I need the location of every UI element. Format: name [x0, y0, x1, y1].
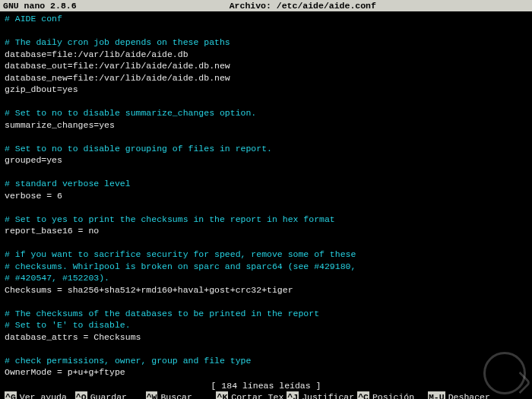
editor-line[interactable]: Checksums = sha256+sha512+rmd160+haval+g… — [5, 284, 527, 296]
shortcut-key: ^O — [75, 391, 87, 399]
editor-line[interactable] — [5, 25, 527, 37]
editor-line[interactable] — [5, 296, 527, 308]
shortcut-bar: ^GVer ayuda ^OGuardar ^WBuscar ^KCortar … — [0, 391, 532, 399]
editor-line[interactable]: # standard verbose level — [5, 178, 527, 190]
editor-line[interactable]: database=file:/var/lib/aide/aide.db — [5, 49, 527, 61]
editor-line[interactable]: report_base16 = no — [5, 225, 527, 237]
nano-titlebar: GNU nano 2.8.6 Archivo: /etc/aide/aide.c… — [0, 0, 532, 11]
shortcut-key: M-U — [428, 391, 445, 399]
shortcut-item[interactable]: ^KCortar Tex — [216, 391, 283, 399]
shortcut-label: Justificar — [302, 391, 354, 399]
editor-line[interactable] — [5, 131, 527, 143]
editor-line[interactable]: database_out=file:/var/lib/aide/aide.db.… — [5, 60, 527, 72]
terminal-window: GNU nano 2.8.6 Archivo: /etc/aide/aide.c… — [0, 0, 532, 399]
shortcut-key: ^G — [5, 391, 17, 399]
shortcut-item[interactable]: ^WBuscar — [146, 391, 214, 399]
editor-line[interactable]: # Set to no to disable grouping of files… — [5, 143, 527, 155]
editor-line[interactable]: # if you want to sacrifice security for … — [5, 249, 527, 261]
shortcut-row-1: ^GVer ayuda ^OGuardar ^WBuscar ^KCortar … — [5, 391, 527, 399]
shortcut-item[interactable]: ^OGuardar — [75, 391, 143, 399]
shortcut-item[interactable]: ^JJustificar — [287, 391, 354, 399]
status-bar: [ 184 líneas leídas ] — [0, 380, 532, 392]
app-name: GNU nano 2.8.6 — [3, 0, 77, 11]
editor-content[interactable]: # AIDE conf# The daily cron job depends … — [0, 11, 532, 380]
editor-line[interactable] — [5, 201, 527, 214]
editor-line[interactable]: # The checksums of the databases to be p… — [5, 308, 527, 320]
editor-line[interactable]: summarize_changes=yes — [5, 119, 527, 131]
editor-line[interactable]: database_new=file:/var/lib/aide/aide.db.… — [5, 72, 527, 84]
editor-line[interactable]: # #420547, #152203). — [5, 272, 527, 284]
editor-line[interactable]: database_attrs = Checksums — [5, 331, 527, 344]
editor-line[interactable] — [5, 166, 527, 179]
shortcut-key: ^W — [146, 391, 158, 399]
editor-line[interactable]: gzip_dbout=yes — [5, 84, 527, 96]
editor-line[interactable]: grouped=yes — [5, 154, 527, 166]
shortcut-label: Buscar — [160, 391, 213, 399]
shortcut-key: ^K — [216, 391, 228, 399]
editor-line[interactable]: OwnerMode = p+u+g+ftype — [5, 366, 527, 378]
editor-line[interactable] — [5, 343, 527, 355]
editor-line[interactable]: verbose = 6 — [5, 190, 527, 202]
file-path: Archivo: /etc/aide/aide.conf — [77, 0, 529, 11]
shortcut-item[interactable]: M-UDeshacer — [428, 391, 490, 399]
shortcut-label: Posición — [372, 391, 425, 399]
editor-line[interactable] — [5, 96, 527, 108]
shortcut-item[interactable]: ^GVer ayuda — [5, 391, 72, 399]
editor-line[interactable]: # Set to 'E' to disable. — [5, 319, 527, 331]
shortcut-key: ^J — [287, 391, 299, 399]
shortcut-key: ^C — [357, 391, 369, 399]
shortcut-label: Ver ayuda — [20, 391, 72, 399]
shortcut-label: Guardar — [90, 391, 143, 399]
shortcut-item[interactable]: ^CPosición — [357, 391, 425, 399]
editor-line[interactable] — [5, 237, 527, 249]
shortcut-label: Deshacer — [448, 391, 490, 399]
editor-line[interactable]: # The daily cron job depends on these pa… — [5, 36, 527, 49]
editor-line[interactable]: # Set to no to disable summarize_changes… — [5, 107, 527, 119]
shortcut-label: Cortar Tex — [231, 391, 283, 399]
editor-line[interactable]: # check permissions, owner, group and fi… — [5, 355, 527, 367]
editor-line[interactable]: # AIDE conf — [5, 13, 527, 25]
editor-line[interactable]: # checksums. Whirlpool is broken on spar… — [5, 261, 527, 273]
editor-line[interactable]: # Set to yes to print the checksums in t… — [5, 214, 527, 226]
